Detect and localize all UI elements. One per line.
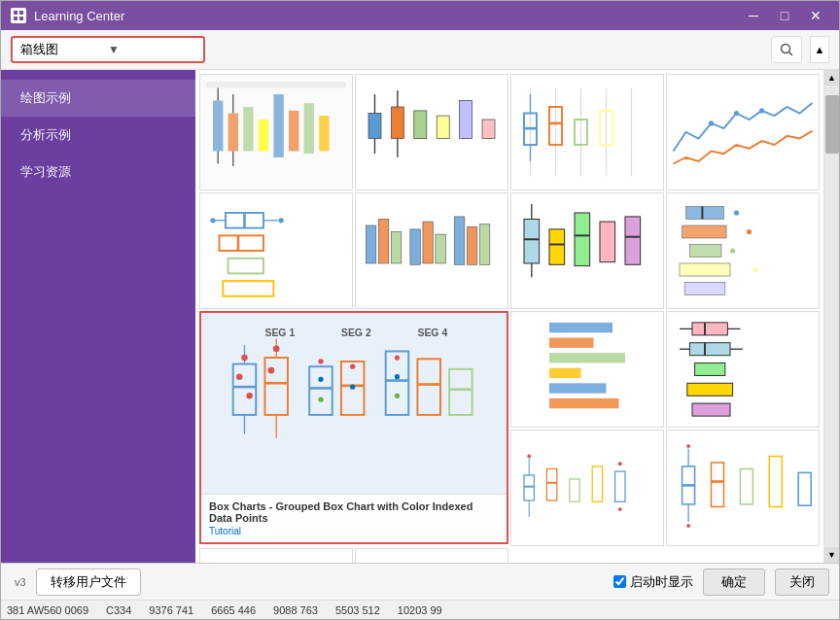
close-dialog-button[interactable]: 关闭 xyxy=(775,568,829,596)
startup-checkbox[interactable] xyxy=(613,575,626,588)
svg-point-102 xyxy=(241,355,248,362)
chart-card-4[interactable] xyxy=(666,74,820,190)
bottom-bar: v3 转移用户文件 启动时显示 确定 关闭 xyxy=(1,563,839,600)
chart-card-13[interactable] xyxy=(510,430,664,546)
svg-rect-69 xyxy=(467,226,476,264)
svg-rect-62 xyxy=(366,225,375,263)
maximize-button[interactable]: □ xyxy=(771,6,798,25)
chart-grid: SEG 1 SEG 2 SEG 4 xyxy=(195,70,823,563)
main-area: 绘图示例 分析示例 学习资源 xyxy=(1,70,839,563)
svg-rect-3 xyxy=(14,17,18,20)
startup-label: 启动时显示 xyxy=(630,573,693,591)
chart-card-9[interactable]: SEG 1 SEG 2 SEG 4 xyxy=(199,311,508,544)
window-title: Learning Center xyxy=(34,9,740,23)
svg-rect-2 xyxy=(19,11,23,15)
app-icon xyxy=(11,8,26,23)
svg-rect-76 xyxy=(549,229,565,264)
svg-rect-46 xyxy=(667,76,819,189)
svg-point-123 xyxy=(318,397,323,402)
svg-rect-66 xyxy=(423,222,433,263)
chart-card-12[interactable] xyxy=(666,311,820,428)
svg-point-124 xyxy=(350,364,355,369)
svg-point-166 xyxy=(686,444,690,448)
chart-card-1[interactable] xyxy=(199,74,353,190)
svg-point-109 xyxy=(273,346,280,353)
svg-rect-132 xyxy=(549,353,625,362)
svg-rect-135 xyxy=(549,398,619,408)
svg-point-103 xyxy=(236,373,243,380)
transfer-user-files-button[interactable]: 转移用户文件 xyxy=(36,568,141,596)
status-field-3: 9376 741 xyxy=(149,604,193,616)
svg-text:SEG 1: SEG 1 xyxy=(264,327,295,338)
search-button[interactable] xyxy=(771,36,802,63)
svg-rect-78 xyxy=(575,213,590,266)
svg-rect-30 xyxy=(460,101,472,139)
sidebar-item-analysis-examples[interactable]: 分析示例 xyxy=(1,117,195,154)
svg-rect-161 xyxy=(667,431,819,545)
confirm-button[interactable]: 确定 xyxy=(703,568,765,596)
chart-card-3[interactable] xyxy=(510,74,664,190)
startup-check-container: 启动时显示 xyxy=(613,573,693,591)
search-value: 箱线图 xyxy=(20,41,108,58)
chart-card-10[interactable] xyxy=(510,311,664,428)
svg-point-153 xyxy=(527,455,531,459)
scroll-up-btn[interactable]: ▲ xyxy=(824,70,840,86)
svg-point-92 xyxy=(730,248,735,253)
svg-point-59 xyxy=(210,218,215,223)
svg-rect-15 xyxy=(304,103,314,154)
svg-text:SEG 4: SEG 4 xyxy=(417,327,447,338)
svg-rect-137 xyxy=(692,323,727,335)
scroll-down-btn[interactable]: ▼ xyxy=(824,547,840,563)
close-button[interactable]: ✕ xyxy=(802,6,829,25)
tooltip-title: Box Charts - Grouped Box Chart with Colo… xyxy=(209,500,499,524)
svg-rect-13 xyxy=(273,94,283,157)
svg-point-91 xyxy=(747,229,752,234)
svg-rect-8 xyxy=(207,82,346,88)
chart-card-16[interactable] xyxy=(355,548,508,563)
vertical-scrollbar[interactable]: ▲ ▼ xyxy=(823,70,839,563)
sidebar: 绘图示例 分析示例 学习资源 xyxy=(1,70,195,563)
chart-card-2[interactable] xyxy=(355,74,508,190)
minimize-button[interactable]: ─ xyxy=(740,6,767,25)
svg-rect-89 xyxy=(684,283,725,295)
svg-point-128 xyxy=(395,394,400,398)
status-field-4: 6665 446 xyxy=(211,604,256,616)
svg-rect-67 xyxy=(436,234,445,263)
svg-rect-173 xyxy=(200,550,352,564)
tooltip-link[interactable]: Tutorial xyxy=(209,526,499,536)
dropdown-arrow-icon: ▼ xyxy=(108,43,195,56)
svg-line-6 xyxy=(789,52,793,56)
chart-card-8[interactable] xyxy=(666,192,820,309)
sidebar-item-learning-resources[interactable]: 学习资源 xyxy=(1,154,195,190)
svg-rect-130 xyxy=(549,323,612,332)
svg-point-125 xyxy=(350,385,355,390)
chart-card-14[interactable] xyxy=(666,430,820,546)
chart-card-7[interactable] xyxy=(510,192,664,309)
svg-rect-25 xyxy=(391,107,403,139)
chart-card-5[interactable] xyxy=(199,192,353,309)
svg-rect-80 xyxy=(600,222,615,262)
svg-rect-68 xyxy=(454,217,464,264)
learning-center-window: Learning Center ─ □ ✕ 箱线图 ▼ ▲ 绘图示例 xyxy=(0,0,840,620)
svg-rect-188 xyxy=(356,550,508,564)
svg-point-90 xyxy=(734,210,739,215)
svg-rect-11 xyxy=(243,107,253,152)
svg-rect-88 xyxy=(680,263,730,276)
svg-rect-70 xyxy=(479,224,489,265)
search-dropdown[interactable]: 箱线图 ▼ xyxy=(11,36,205,63)
status-field-5: 9088 763 xyxy=(273,604,318,616)
scrollbar-thumb[interactable] xyxy=(825,95,839,154)
chart-card-15[interactable] xyxy=(199,548,353,563)
status-field-1: 381 AW560 0069 xyxy=(7,604,88,616)
chart-card-6[interactable] xyxy=(355,192,508,309)
content-area: SEG 1 SEG 2 SEG 4 xyxy=(195,70,823,563)
svg-point-60 xyxy=(279,218,284,223)
svg-rect-22 xyxy=(368,114,381,139)
svg-rect-9 xyxy=(213,101,223,152)
svg-rect-141 xyxy=(695,363,725,376)
svg-rect-4 xyxy=(19,17,23,20)
svg-rect-1 xyxy=(14,11,18,15)
sidebar-item-plot-examples[interactable]: 绘图示例 xyxy=(1,80,195,117)
svg-point-48 xyxy=(734,111,739,116)
scroll-up-button[interactable]: ▲ xyxy=(810,36,829,63)
